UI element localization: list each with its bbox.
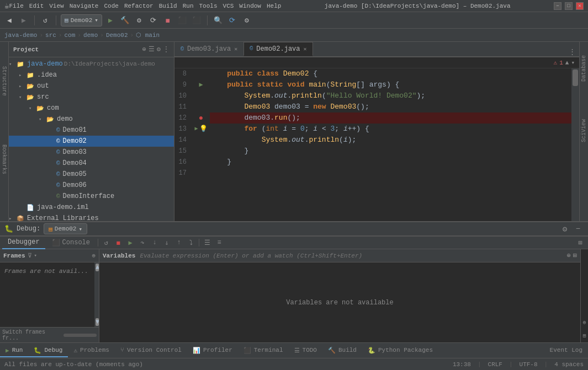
var-side-btn-1[interactable]: ⊕ <box>579 317 589 328</box>
menu-refactor[interactable]: Refactor <box>124 3 153 9</box>
debug-rerun-button[interactable]: ↺ <box>100 237 112 248</box>
stop-button[interactable]: ◼ <box>162 14 174 26</box>
error-indicator[interactable]: ⚠ 1 ▲ ▾ <box>554 59 575 66</box>
tree-demointerface[interactable]: © DemoInterface <box>9 191 174 202</box>
toolbar-icon-3[interactable]: ⚙ <box>133 14 145 26</box>
tree-demo[interactable]: ▾ 📂 demo <box>9 114 174 125</box>
collapse-all-icon[interactable]: ☰ <box>149 45 155 53</box>
menu-tools[interactable]: Tools <box>199 3 218 9</box>
debug-tab-selector[interactable]: ▤ Demo02 ▾ <box>44 223 87 234</box>
console-tab[interactable]: ⬛ Console <box>46 237 96 249</box>
error-up-icon[interactable]: ▲ <box>565 60 569 66</box>
close-button[interactable]: ✕ <box>576 2 584 10</box>
demo02-tab-close[interactable]: ✕ <box>304 46 307 52</box>
var-side-btn-2[interactable]: ⊞ <box>579 330 589 341</box>
menu-run[interactable]: Run <box>183 3 194 9</box>
tree-com[interactable]: ▾ 📂 com <box>9 103 174 114</box>
menu-build[interactable]: Build <box>159 3 177 9</box>
debug-step-over-button[interactable]: ↷ <box>137 237 148 248</box>
minimize-button[interactable]: − <box>554 2 561 10</box>
menu-file[interactable]: File <box>9 3 23 9</box>
bottom-tab-build[interactable]: 🔨 Build <box>322 344 362 357</box>
breadcrumb-src[interactable]: src <box>45 32 56 39</box>
menu-bar[interactable]: File Edit View Navigate Code Refactor Bu… <box>9 3 281 9</box>
debug-step-into-button[interactable]: ↓ <box>149 237 160 248</box>
menu-help[interactable]: Help <box>267 3 281 9</box>
bottom-tab-terminal[interactable]: ⬛ Terminal <box>238 344 289 357</box>
tree-demo01[interactable]: © Demo01 <box>9 125 174 136</box>
bottom-tab-version-control[interactable]: ⑂ Version Control <box>115 344 187 357</box>
debugger-tab[interactable]: Debugger <box>2 236 45 249</box>
scroll-thumb-editor[interactable] <box>573 69 578 86</box>
debug-frames-list-button[interactable]: ☰ <box>202 237 213 248</box>
frames-scroll-up[interactable]: ▲ <box>96 264 99 271</box>
debug-resume-button[interactable]: ▶ <box>125 237 136 248</box>
toolbar-forward-button[interactable]: ▶ <box>18 14 30 26</box>
breadcrumb-demo02[interactable]: Demo02 <box>106 32 128 39</box>
lightbulb-13[interactable]: 💡 <box>199 124 208 135</box>
eval-expand-icon[interactable]: ⊞ <box>573 251 577 260</box>
frames-scroll-thumb[interactable] <box>63 334 97 337</box>
add-content-root-icon[interactable]: ⊕ <box>142 45 146 53</box>
code-editor[interactable]: 8 9 10 11 12 13 14 15 16 17 ▶ <box>174 68 579 221</box>
breadcrumb-main[interactable]: ⬡ main <box>136 31 160 39</box>
debug-layout-button[interactable]: ⊞ <box>575 237 586 248</box>
update-button[interactable]: ⟳ <box>226 14 239 26</box>
menu-view[interactable]: View <box>49 3 63 9</box>
frames-bottom-scrollbar[interactable] <box>63 334 97 337</box>
tree-demo05[interactable]: © Demo05 <box>9 169 174 180</box>
structure-icon[interactable]: Structure <box>1 66 7 96</box>
status-encoding[interactable]: UTF-8 <box>520 361 538 368</box>
database-icon[interactable]: Database <box>581 55 587 82</box>
toolbar-run-config-dropdown[interactable]: ▤ Demo02 ▾ <box>61 14 102 26</box>
tree-external-libraries[interactable]: ▸ 📦 External Libraries <box>9 213 174 221</box>
toolbar-icon-7[interactable]: ⬛ <box>190 14 203 26</box>
menu-code[interactable]: Code <box>104 3 118 9</box>
tree-idea[interactable]: ▸ 📁 .idea <box>9 69 174 81</box>
debug-stop-button[interactable]: ◼ <box>113 237 124 248</box>
bottom-tab-python-packages[interactable]: 🐍 Python Packages <box>362 344 438 357</box>
toolbar-revert-button[interactable]: ↺ <box>39 14 51 26</box>
bookmarks-icon[interactable]: Bookmarks <box>1 144 7 174</box>
debug-run-to-cursor-button[interactable]: ⤵ <box>186 237 197 248</box>
menu-navigate[interactable]: Navigate <box>70 3 99 9</box>
menu-edit[interactable]: Edit <box>29 3 44 9</box>
tree-demo02[interactable]: © Demo02 <box>9 136 174 147</box>
sciview-icon[interactable]: SciView <box>581 119 587 142</box>
frames-scroll-down[interactable]: ▼ <box>96 318 99 326</box>
tab-demo02[interactable]: © Demo02.java ✕ <box>243 42 312 56</box>
debug-variables-list-button[interactable]: ≡ <box>214 237 225 248</box>
gutter-13[interactable]: ▶ 💡 <box>194 124 208 135</box>
bottom-tab-problems[interactable]: ⚠ Problems <box>68 344 114 357</box>
editor-scrollbar[interactable] <box>571 68 579 221</box>
tree-src[interactable]: ▾ 📂 src <box>9 92 174 103</box>
frames-filter-icon[interactable]: ⊽ <box>28 252 32 259</box>
debug-force-step-into-button[interactable]: ⇓ <box>161 237 172 248</box>
tab-demo03[interactable]: © Demo03.java ✕ <box>174 42 243 56</box>
eval-add-icon[interactable]: ⊕ <box>567 251 571 260</box>
tree-iml[interactable]: 📄 java-demo.iml <box>9 202 174 213</box>
breadcrumb-com[interactable]: com <box>64 32 75 39</box>
toolbar-icon-4[interactable]: ⟳ <box>147 14 160 26</box>
tree-demo06[interactable]: © Demo06 <box>9 180 174 191</box>
error-down-icon[interactable]: ▾ <box>571 59 575 66</box>
menu-window[interactable]: Window <box>239 3 261 9</box>
search-everywhere-button[interactable]: 🔍 <box>212 14 224 26</box>
menu-vcs[interactable]: VCS <box>223 3 234 9</box>
maximize-button[interactable]: □ <box>565 2 573 10</box>
bottom-tab-event-log[interactable]: Event Log <box>544 344 588 357</box>
toolbar-icon-6[interactable]: ⬛ <box>176 14 188 26</box>
status-time[interactable]: 13:38 <box>453 361 471 368</box>
window-controls[interactable]: − □ ✕ <box>554 2 584 10</box>
debug-minimize-button[interactable]: − <box>573 223 584 234</box>
bottom-tab-profiler[interactable]: 📊 Profiler <box>187 344 238 357</box>
frames-filter-arrow[interactable]: ▾ <box>34 253 37 259</box>
gutter-12[interactable]: ● <box>194 112 208 124</box>
gutter-9[interactable]: ▶ <box>194 79 208 90</box>
bottom-tab-debug[interactable]: 🐛 Debug <box>28 344 68 357</box>
debug-step-out-button[interactable]: ↑ <box>173 237 184 248</box>
bottom-tab-run[interactable]: ▶ Run <box>0 344 28 357</box>
build-button[interactable]: 🔨 <box>119 14 131 26</box>
tree-demo04[interactable]: © Demo04 <box>9 158 174 169</box>
tree-root[interactable]: ▾ 📁 java-demo D:\IdeaProjects\java-demo <box>9 58 174 69</box>
